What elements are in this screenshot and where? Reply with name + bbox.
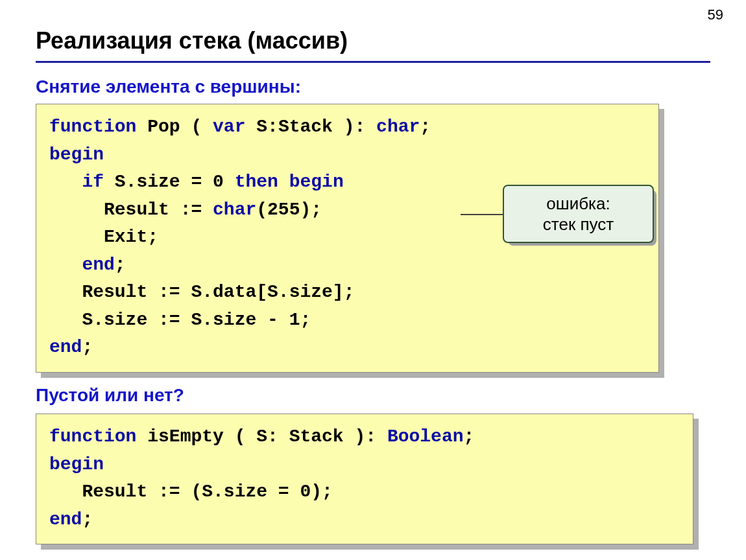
kw-then-begin: then begin [235, 172, 344, 192]
slide-title: Реализация стека (массив) [36, 27, 348, 54]
callout-line1: ошибка: [546, 193, 610, 215]
kw-char: char [213, 200, 256, 220]
kw-if: if [82, 172, 104, 192]
code-text: function isEmpty ( S: Stack ): Boolean; … [36, 414, 693, 544]
title-rule [36, 61, 710, 63]
kw-end: end [49, 337, 82, 357]
callout-error: ошибка: стек пуст [461, 185, 654, 243]
code-block-isempty: function isEmpty ( S: Stack ): Boolean; … [36, 414, 693, 544]
kw-end: end [49, 509, 82, 530]
kw-function: function [49, 117, 136, 137]
kw-boolean: Boolean [387, 426, 464, 447]
kw-end: end [82, 255, 114, 275]
callout-connector [461, 214, 503, 215]
kw-var: var [213, 117, 245, 137]
subheading-pop: Снятие элемента с вершины: [36, 76, 301, 97]
kw-begin: begin [49, 145, 104, 165]
slide: 59 Реализация стека (массив) Снятие элем… [0, 0, 746, 560]
kw-char: char [376, 117, 420, 137]
kw-function: function [49, 426, 136, 447]
subheading-isempty: Пустой или нет? [36, 385, 184, 406]
callout-box: ошибка: стек пуст [503, 185, 654, 243]
callout-line2: стек пуст [543, 214, 614, 235]
page-number: 59 [708, 6, 723, 23]
code-box: function isEmpty ( S: Stack ): Boolean; … [36, 414, 693, 544]
kw-begin: begin [49, 454, 104, 474]
